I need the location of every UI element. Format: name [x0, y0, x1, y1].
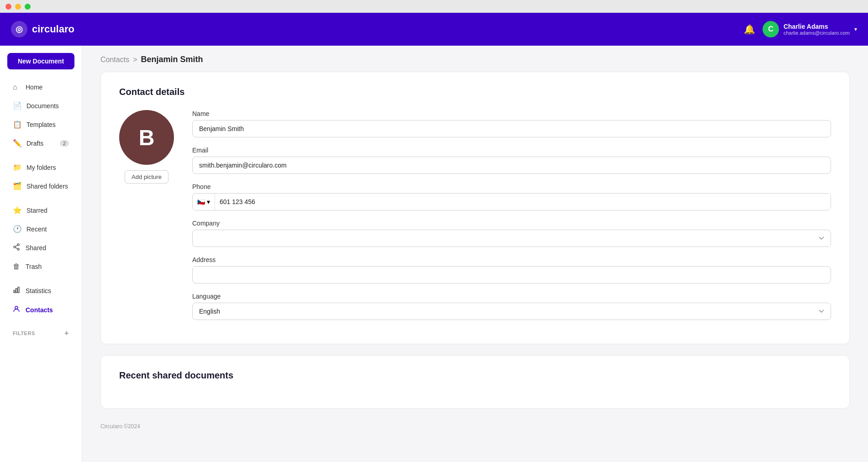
- logo-icon: ◎: [11, 21, 27, 37]
- svg-point-1: [14, 246, 16, 248]
- sidebar-label-my-folders: My folders: [26, 164, 56, 171]
- svg-line-4: [16, 247, 17, 249]
- recent-shared-card: Recent shared documents: [100, 355, 850, 409]
- add-picture-button[interactable]: Add picture: [125, 170, 168, 184]
- footer: Circularo ©2024: [82, 420, 868, 433]
- svg-rect-5: [14, 290, 15, 293]
- svg-point-8: [15, 306, 18, 309]
- topnav: ◎ circularo 🔔 C Charlie Adams charlie.ad…: [0, 13, 868, 46]
- company-field-group: Company: [192, 220, 831, 247]
- shared-folders-icon: 🗂️: [13, 182, 22, 190]
- layout: New Document ⌂ Home 📄 Documents 📋 Templa…: [0, 46, 868, 462]
- main-content: Contacts > Benjamin Smith Contact detail…: [82, 46, 868, 462]
- breadcrumb: Contacts > Benjamin Smith: [82, 46, 868, 72]
- sidebar-label-recent: Recent: [26, 226, 47, 233]
- svg-rect-6: [16, 289, 17, 293]
- minimize-button[interactable]: [15, 4, 21, 10]
- language-select[interactable]: English Czech German: [192, 303, 831, 320]
- sidebar-label-shared: Shared: [26, 244, 46, 252]
- sidebar: New Document ⌂ Home 📄 Documents 📋 Templa…: [0, 46, 82, 462]
- templates-icon: 📋: [13, 120, 22, 129]
- sidebar-item-trash[interactable]: 🗑 Trash: [4, 258, 78, 275]
- contact-avatar: B: [119, 110, 174, 165]
- new-document-button[interactable]: New Document: [7, 53, 74, 69]
- documents-icon: 📄: [13, 101, 22, 110]
- email-label: Email: [192, 147, 831, 154]
- flag-chevron: ▾: [207, 198, 210, 205]
- address-field-group: Address: [192, 256, 831, 284]
- avatar-section: B Add picture: [119, 110, 174, 329]
- drafts-badge: 2: [60, 140, 69, 147]
- close-button[interactable]: [5, 4, 11, 10]
- card-title: Contact details: [119, 87, 831, 97]
- user-name: Charlie Adams: [784, 23, 850, 30]
- sidebar-label-trash: Trash: [26, 263, 42, 270]
- sidebar-item-shared[interactable]: Shared: [4, 239, 78, 257]
- contact-details-card: Contact details B Add picture Name: [100, 72, 850, 344]
- phone-input[interactable]: [215, 194, 831, 210]
- phone-label: Phone: [192, 183, 831, 190]
- bell-icon[interactable]: 🔔: [744, 24, 755, 35]
- sidebar-label-templates: Templates: [26, 121, 56, 128]
- sidebar-label-home: Home: [26, 84, 42, 91]
- topnav-right: 🔔 C Charlie Adams charlie.adams@circular…: [744, 21, 857, 37]
- sidebar-item-drafts[interactable]: ✏️ Drafts 2: [4, 134, 78, 152]
- breadcrumb-parent[interactable]: Contacts: [100, 56, 129, 64]
- phone-input-wrapper: 🇨🇿 ▾: [192, 193, 831, 210]
- shared-icon: [13, 243, 21, 252]
- drafts-icon: ✏️: [13, 139, 22, 147]
- name-label: Name: [192, 110, 831, 117]
- sidebar-label-shared-folders: Shared folders: [26, 183, 68, 190]
- user-email: charlie.adams@circularo.com: [784, 30, 850, 36]
- language-label: Language: [192, 293, 831, 300]
- footer-text: Circularo ©2024: [100, 423, 140, 430]
- sidebar-label-documents: Documents: [26, 102, 59, 110]
- filters-label: FILTERS: [13, 331, 35, 336]
- avatar: C: [763, 21, 779, 37]
- name-field-group: Name: [192, 110, 831, 137]
- sidebar-item-statistics[interactable]: Statistics: [4, 282, 78, 300]
- company-label: Company: [192, 220, 831, 227]
- phone-field-group: Phone 🇨🇿 ▾: [192, 183, 831, 210]
- my-folders-icon: 📁: [13, 163, 22, 172]
- trash-icon: 🗑: [13, 262, 21, 271]
- user-info: Charlie Adams charlie.adams@circularo.co…: [784, 23, 850, 36]
- filters-add-button[interactable]: +: [64, 329, 69, 337]
- sidebar-item-my-folders[interactable]: 📁 My folders: [4, 158, 78, 176]
- chevron-down-icon: ▾: [854, 26, 857, 32]
- svg-point-0: [17, 244, 19, 246]
- address-input[interactable]: [192, 266, 831, 284]
- email-input[interactable]: [192, 157, 831, 174]
- email-field-group: Email: [192, 147, 831, 174]
- sidebar-item-home[interactable]: ⌂ Home: [4, 79, 78, 96]
- starred-icon: ⭐: [13, 206, 22, 215]
- recent-shared-title: Recent shared documents: [119, 370, 831, 381]
- sidebar-item-shared-folders[interactable]: 🗂️ Shared folders: [4, 177, 78, 195]
- sidebar-item-recent[interactable]: 🕐 Recent: [4, 220, 78, 238]
- contacts-icon: [13, 305, 21, 315]
- language-field-group: Language English Czech German: [192, 293, 831, 320]
- logo: ◎ circularo: [11, 21, 74, 37]
- recent-icon: 🕐: [13, 225, 22, 233]
- sidebar-label-statistics: Statistics: [26, 287, 51, 294]
- sidebar-item-contacts[interactable]: Contacts: [4, 301, 78, 319]
- svg-line-3: [16, 245, 17, 247]
- home-icon: ⌂: [13, 83, 21, 91]
- name-input[interactable]: [192, 120, 831, 137]
- sidebar-item-templates[interactable]: 📋 Templates: [4, 116, 78, 133]
- svg-point-2: [17, 248, 19, 250]
- phone-flag-button[interactable]: 🇨🇿 ▾: [193, 194, 215, 210]
- company-select[interactable]: [192, 230, 831, 247]
- filters-header: FILTERS +: [4, 326, 78, 341]
- sidebar-item-starred[interactable]: ⭐ Starred: [4, 201, 78, 219]
- maximize-button[interactable]: [25, 4, 31, 10]
- logo-text: circularo: [32, 23, 74, 35]
- svg-rect-7: [18, 287, 19, 293]
- contact-form-layout: B Add picture Name Email: [119, 110, 831, 329]
- form-section: Name Email Phone 🇨🇿: [192, 110, 831, 329]
- breadcrumb-separator: >: [133, 56, 137, 64]
- sidebar-label-drafts: Drafts: [26, 140, 43, 147]
- sidebar-item-documents[interactable]: 📄 Documents: [4, 97, 78, 115]
- user-menu[interactable]: C Charlie Adams charlie.adams@circularo.…: [763, 21, 857, 37]
- sidebar-label-contacts: Contacts: [26, 306, 53, 314]
